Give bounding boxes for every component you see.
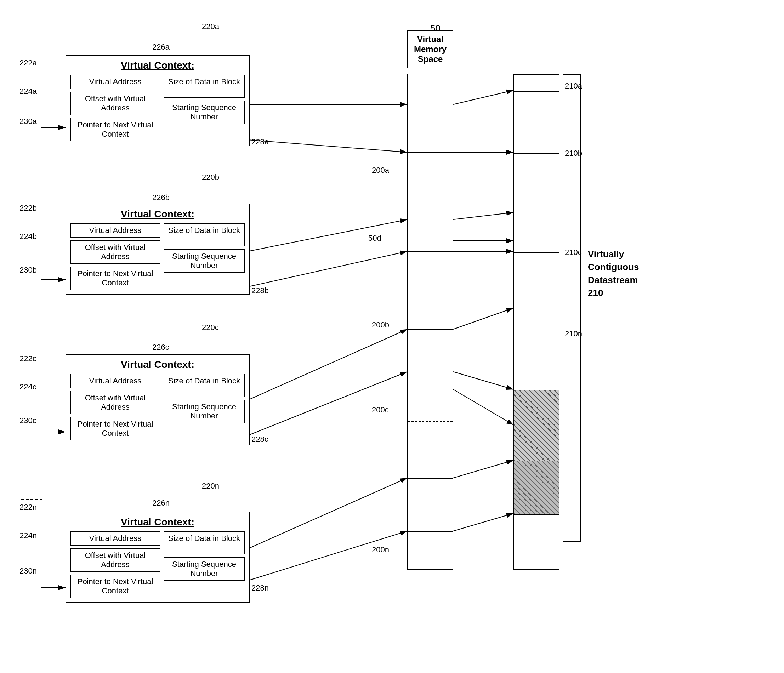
field-offset-b: Offset with Virtual Address — [70, 240, 160, 264]
seg-210n-dark — [514, 390, 559, 461]
vc-box-n: Virtual Context: Virtual Address Offset … — [65, 511, 250, 603]
field-pointer-n: Pointer to Next Virtual Context — [70, 575, 160, 598]
vms-title-box: Virtual Memory Space — [407, 30, 453, 68]
field-va-c: Virtual Address — [70, 374, 160, 388]
vms-title2: Memory — [410, 44, 451, 54]
field-offset-n: Offset with Virtual Address — [70, 549, 160, 572]
vc-left-c: Virtual Address Offset with Virtual Addr… — [70, 374, 160, 440]
vc-box-b: Virtual Context: Virtual Address Offset … — [65, 204, 250, 295]
svg-line-16 — [248, 531, 407, 581]
field-ssn-a: Starting Sequence Number — [163, 101, 245, 124]
label-222b: 222b — [19, 204, 37, 213]
svg-line-11 — [248, 372, 407, 435]
label-224b: 224b — [19, 232, 37, 241]
vc-title-a: Virtual Context: — [70, 60, 245, 71]
datastream-line2: Contiguous — [588, 261, 639, 273]
label-224c: 224c — [19, 382, 36, 392]
label-230n: 230n — [19, 566, 37, 576]
label-228a: 228a — [251, 137, 269, 146]
vms-title3: Space — [410, 54, 451, 64]
label-220a: 220a — [202, 22, 219, 31]
vc-title-c: Virtual Context: — [70, 359, 245, 370]
label-222n: 222n — [19, 503, 37, 512]
label-224a: 224a — [19, 87, 37, 96]
field-size-c: Size of Data in Block — [163, 374, 245, 397]
datastream-line3: Datastream — [588, 274, 639, 286]
field-ssn-c: Starting Sequence Number — [163, 400, 245, 423]
field-size-n: Size of Data in Block — [163, 532, 245, 554]
label-228b: 228b — [251, 286, 269, 295]
vms-title1: Virtual — [410, 34, 451, 44]
vc-box-c: Virtual Context: Virtual Address Offset … — [65, 354, 250, 445]
vc-right-c: Size of Data in Block Starting Sequence … — [163, 374, 245, 440]
label-230c: 230c — [19, 416, 36, 425]
vms-column — [407, 75, 453, 570]
label-222a: 222a — [19, 58, 37, 68]
label-220b: 220b — [202, 173, 219, 182]
svg-line-15 — [248, 478, 407, 549]
label-200a: 200a — [372, 166, 389, 175]
label-220c: 220c — [202, 323, 219, 332]
vc-left-n: Virtual Address Offset with Virtual Addr… — [70, 532, 160, 598]
label-200c: 200c — [372, 406, 389, 415]
svg-line-6 — [248, 219, 407, 251]
vc-title-b: Virtual Context: — [70, 208, 245, 220]
svg-line-12 — [453, 308, 513, 329]
field-offset-c: Offset with Virtual Address — [70, 391, 160, 414]
label-200n: 200n — [372, 545, 389, 554]
field-pointer-a: Pointer to Next Virtual Context — [70, 118, 160, 141]
field-va-b: Virtual Address — [70, 224, 160, 238]
label-226n: 226n — [152, 499, 170, 508]
label-230b: 230b — [19, 266, 37, 275]
field-size-a: Size of Data in Block — [163, 75, 245, 98]
datastream-line1: Virtually — [588, 248, 639, 261]
label-224n: 224n — [19, 531, 37, 540]
field-ssn-b: Starting Sequence Number — [163, 249, 245, 273]
vc-left-b: Virtual Address Offset with Virtual Addr… — [70, 224, 160, 290]
label-230a: 230a — [19, 117, 37, 126]
label-210b: 210b — [565, 149, 582, 158]
diagram-container: Virtual Context: Virtual Address Offset … — [0, 0, 784, 673]
svg-line-7 — [248, 251, 407, 287]
label-226a: 226a — [152, 42, 170, 52]
label-200b: 200b — [372, 320, 389, 330]
seg-bottom-dark — [514, 461, 559, 514]
field-offset-a: Offset with Virtual Address — [70, 92, 160, 115]
svg-line-10 — [248, 329, 407, 400]
datastream-label: Virtually Contiguous Datastream 210 — [588, 248, 639, 300]
vc-box-a: Virtual Context: Virtual Address Offset … — [65, 55, 250, 146]
label-210a: 210a — [565, 81, 582, 91]
svg-line-17 — [453, 460, 513, 478]
label-226b: 226b — [152, 193, 170, 202]
svg-line-8 — [453, 212, 513, 219]
mem-column — [513, 75, 560, 570]
field-ssn-n: Starting Sequence Number — [163, 557, 245, 581]
field-size-b: Size of Data in Block — [163, 224, 245, 246]
field-pointer-c: Pointer to Next Virtual Context — [70, 417, 160, 440]
vc-right-a: Size of Data in Block Starting Sequence … — [163, 75, 245, 141]
vc-title-n: Virtual Context: — [70, 516, 245, 528]
vc-left-a: Virtual Address Offset with Virtual Addr… — [70, 75, 160, 141]
label-50d: 50d — [368, 234, 381, 243]
vc-right-n: Size of Data in Block Starting Sequence … — [163, 532, 245, 598]
label-226c: 226c — [152, 343, 169, 352]
label-222c: 222c — [19, 354, 36, 363]
label-228n: 228n — [251, 583, 269, 593]
label-210n: 210n — [565, 329, 582, 339]
field-va-n: Virtual Address — [70, 532, 160, 546]
svg-line-3 — [248, 140, 407, 152]
svg-line-18 — [453, 513, 513, 531]
svg-line-13 — [453, 372, 513, 389]
svg-line-14 — [453, 389, 513, 425]
field-va-a: Virtual Address — [70, 75, 160, 89]
label-210c: 210c — [565, 248, 582, 257]
label-228c: 228c — [251, 435, 268, 444]
label-220n: 220n — [202, 482, 219, 491]
field-pointer-b: Pointer to Next Virtual Context — [70, 267, 160, 290]
vc-right-b: Size of Data in Block Starting Sequence … — [163, 224, 245, 290]
svg-line-4 — [453, 90, 513, 104]
datastream-line4: 210 — [588, 286, 639, 299]
